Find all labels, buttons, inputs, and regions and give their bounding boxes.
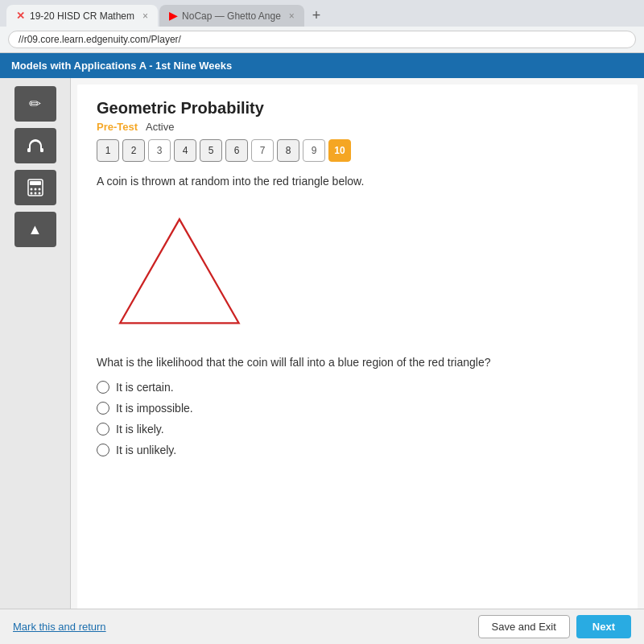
svg-point-8: [34, 192, 36, 195]
tool-pencil[interactable]: ✏: [14, 86, 56, 122]
question-pill-10[interactable]: 10: [328, 139, 351, 162]
choice-text-a: It is certain.: [116, 381, 174, 394]
tool-up-arrow[interactable]: ▲: [14, 212, 56, 247]
tab-icon-x: ✕: [16, 10, 25, 22]
triangle-container: [113, 203, 618, 338]
svg-point-9: [38, 192, 40, 195]
tab-label-inactive: NoCap — Ghetto Ange: [182, 10, 281, 22]
tab-active[interactable]: ✕ 19-20 HISD CR Mathem ×: [6, 5, 158, 27]
sub-question-text: What is the likelihood that the coin wil…: [97, 354, 618, 371]
radio-d[interactable]: [97, 444, 109, 456]
tool-calculator[interactable]: [14, 170, 56, 205]
question-pills: 12345678910: [97, 139, 351, 162]
svg-point-7: [30, 192, 32, 195]
svg-rect-3: [30, 181, 41, 185]
radio-c[interactable]: [97, 423, 109, 436]
tab-close-inactive[interactable]: ×: [289, 10, 295, 22]
address-input[interactable]: //r09.core.learn.edgenuity.com/Player/: [8, 31, 636, 48]
new-tab-button[interactable]: +: [306, 7, 328, 24]
sidebar: ✏ ▲: [0, 78, 71, 644]
question-pill-1[interactable]: 1: [97, 139, 119, 162]
bottom-buttons: Save and Exit Next: [478, 615, 631, 638]
main-layout: ✏ ▲ Geometric Probability: [0, 78, 644, 644]
app-header: Models with Applications A - 1st Nine We…: [0, 53, 644, 78]
choice-text-c: It is likely.: [116, 423, 164, 436]
question-pill-9[interactable]: 9: [303, 139, 325, 162]
radio-a[interactable]: [97, 381, 109, 394]
question-pill-5[interactable]: 5: [200, 139, 222, 162]
question-pill-6[interactable]: 6: [225, 139, 248, 162]
question-pill-7[interactable]: 7: [251, 139, 274, 162]
svg-point-5: [34, 188, 36, 191]
triangle-svg: [113, 203, 254, 336]
question-pill-8[interactable]: 8: [277, 139, 299, 162]
tab-inactive[interactable]: ▶ NoCap — Ghetto Ange ×: [159, 5, 304, 27]
svg-point-6: [38, 188, 40, 191]
choice-text-b: It is impossible.: [116, 402, 193, 415]
address-bar: //r09.core.learn.edgenuity.com/Player/: [0, 27, 644, 52]
question-pill-2[interactable]: 2: [122, 139, 145, 162]
answer-choice-a[interactable]: It is certain.: [97, 381, 618, 394]
svg-marker-10: [120, 219, 238, 323]
svg-point-4: [30, 188, 32, 191]
radio-b[interactable]: [97, 402, 109, 415]
page-title: Geometric Probability: [97, 99, 618, 118]
tab-icon-yt: ▶: [169, 10, 177, 22]
question-number-nav: 12345678910: [97, 139, 618, 162]
pre-test-label: Pre-Test: [97, 121, 138, 133]
mark-and-return-link[interactable]: Mark this and return: [13, 621, 106, 633]
content-area: Geometric Probability Pre-Test Active 12…: [77, 85, 638, 644]
answer-choice-b[interactable]: It is impossible.: [97, 402, 618, 415]
app-header-title: Models with Applications A - 1st Nine We…: [11, 60, 232, 72]
question-pill-4[interactable]: 4: [174, 139, 196, 162]
svg-rect-1: [40, 148, 43, 152]
answer-choice-d[interactable]: It is unlikely.: [97, 444, 618, 456]
save-and-exit-button[interactable]: Save and Exit: [478, 615, 570, 638]
answer-choice-c[interactable]: It is likely.: [97, 423, 618, 436]
question-pill-3[interactable]: 3: [148, 139, 171, 162]
active-label: Active: [146, 121, 174, 133]
answer-choices: It is certain.It is impossible.It is lik…: [97, 381, 618, 456]
svg-rect-0: [27, 148, 31, 152]
next-button[interactable]: Next: [576, 615, 631, 638]
question-intro-text: A coin is thrown at random into the red …: [97, 173, 618, 190]
tab-close-active[interactable]: ×: [142, 10, 148, 22]
tab-label-active: 19-20 HISD CR Mathem: [30, 10, 134, 22]
question-nav-header: Pre-Test Active: [97, 121, 618, 133]
tab-bar: ✕ 19-20 HISD CR Mathem × ▶ NoCap — Ghett…: [0, 0, 644, 27]
bottom-bar: Mark this and return Save and Exit Next: [0, 609, 644, 644]
browser-chrome: ✕ 19-20 HISD CR Mathem × ▶ NoCap — Ghett…: [0, 0, 644, 53]
tool-headphone[interactable]: [14, 128, 56, 163]
choice-text-d: It is unlikely.: [116, 444, 176, 456]
